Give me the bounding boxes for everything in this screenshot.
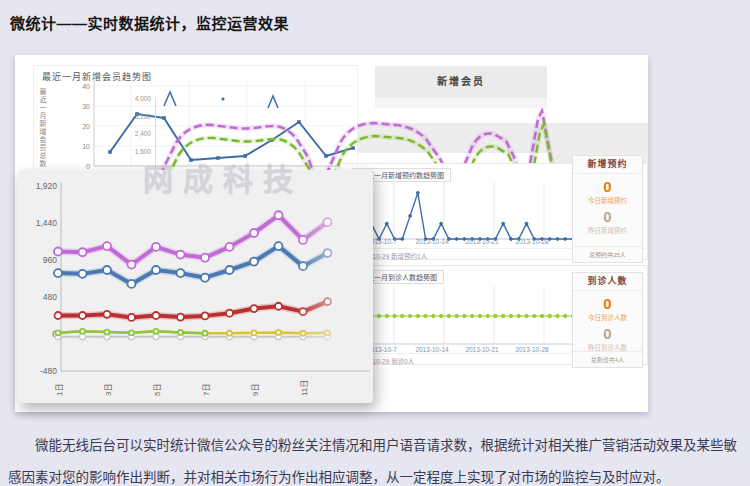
dashboard-screenshot-collage: 4,0003,2002,4001,600 最近一月新增会员趋势图 最近一月新增会… (15, 55, 648, 412)
data-point-marker (178, 330, 183, 335)
axis-tick-label: 1,920 (36, 181, 58, 191)
series-line (348, 193, 573, 239)
data-point-marker (103, 266, 111, 274)
axis-tick-label: 40 (82, 83, 90, 90)
axis-tick-label: 2013-10-21 (465, 238, 499, 245)
data-point-marker (54, 269, 62, 277)
tab-new-members-label: 新增会员 (437, 76, 485, 87)
axis-tick-label: 2013-10-28 (515, 238, 549, 245)
stat-panel-footer: 总到诊共4人 (573, 351, 642, 367)
description-paragraph: 微能无线后台可以实时统计微信公众号的粉丝关注情况和用户语音请求数，根据统计对相关… (8, 430, 744, 486)
data-point-marker (252, 330, 257, 335)
data-point-marker (439, 314, 442, 317)
yesterday-label: 昨日新增预约 (573, 225, 642, 235)
data-point-marker (79, 270, 87, 278)
data-point-marker (108, 150, 112, 154)
today-label: 今日到诊人数 (573, 312, 642, 322)
member-chart-title: 最近一月新增会员趋势图 (42, 70, 152, 83)
data-point-marker (509, 314, 512, 317)
stat-panel-title: 新增预约 (573, 156, 642, 174)
data-point-marker (540, 314, 543, 317)
x-tick-label: 7日 (202, 384, 211, 396)
data-point-marker (377, 314, 380, 317)
data-point-marker (510, 238, 513, 241)
axis-tick-label: 1,440 (36, 218, 58, 228)
axis-tick-label: 2013-10-14 (415, 238, 449, 245)
summary-y-tick: 1,600 (135, 148, 151, 155)
data-point-marker (129, 330, 134, 335)
tab-sub-strip (375, 98, 547, 108)
data-point-marker (152, 243, 160, 251)
blue-spike-tips (164, 92, 278, 108)
data-point-marker (128, 280, 136, 288)
data-point-marker (275, 211, 283, 219)
page-title: 微统计——实时数据统计，监控运营效果 (10, 12, 289, 33)
stat-panel-footer: 总预约共25人 (573, 246, 642, 262)
data-point-marker (103, 242, 111, 250)
data-point-marker (517, 314, 520, 317)
data-point-marker (556, 238, 559, 241)
x-tick-label: 9日 (251, 384, 260, 396)
data-point-marker (250, 258, 258, 266)
data-point-marker (432, 314, 435, 317)
yesterday-value: 0 (573, 208, 642, 225)
series-line (58, 302, 328, 318)
data-point-marker (177, 251, 185, 259)
data-point-marker (201, 274, 209, 282)
data-point-marker (494, 314, 497, 317)
data-point-marker (226, 243, 234, 251)
data-point-marker (564, 238, 567, 241)
x-tick-label: 1日 (55, 384, 64, 396)
summary-y-tick: 4,000 (135, 95, 151, 102)
x-tick-label: 3日 (104, 384, 113, 396)
data-point-marker (416, 191, 419, 194)
data-point-marker (393, 314, 396, 317)
data-point-marker (104, 311, 111, 318)
axis-tick-label: 2013-10-14 (415, 346, 449, 353)
today-value: 0 (573, 295, 642, 312)
tab-new-members: 新增会员 (375, 66, 547, 98)
data-point-marker (275, 242, 283, 250)
data-point-marker (408, 314, 411, 317)
summary-y-tick: 3,200 (135, 113, 151, 120)
data-point-marker (548, 314, 551, 317)
data-point-marker (564, 314, 567, 317)
data-point-marker (455, 238, 458, 241)
data-point-marker (525, 222, 528, 225)
data-point-marker (203, 331, 208, 336)
data-point-marker (548, 238, 551, 241)
data-point-marker (177, 314, 184, 321)
data-point-marker (128, 314, 135, 321)
data-point-marker (424, 314, 427, 317)
data-point-marker (533, 314, 536, 317)
enlarged-trend-chart: 1,9201,4409604800-4801日3日5日7日9日11日 (18, 170, 373, 403)
fade-overlay (296, 176, 373, 369)
data-point-marker (447, 314, 450, 317)
data-point-marker (478, 314, 481, 317)
data-point-marker (409, 215, 412, 218)
data-point-marker (502, 314, 505, 317)
data-point-marker (401, 314, 404, 317)
data-point-marker (227, 331, 232, 336)
data-point-marker (275, 303, 282, 310)
data-point-marker (152, 266, 160, 274)
x-tick-label: 11日 (300, 380, 309, 396)
enlarged-chart-plot: 1,9201,4409604800-4801日3日5日7日9日11日 (18, 170, 373, 403)
data-point-marker (401, 238, 404, 241)
data-point-marker (201, 254, 209, 262)
stat-panel-new-appointments: 新增预约 0 今日新增预约 0 昨日新增预约 总预约共25人 (572, 155, 643, 263)
data-point-marker (154, 329, 159, 334)
data-point-marker (128, 261, 136, 269)
data-point-marker (80, 329, 85, 334)
data-point-marker (455, 314, 458, 317)
axis-tick-label: 2013-10-28 (515, 346, 549, 353)
data-point-marker (486, 314, 489, 317)
promo-page: 微统计——实时数据统计，监控运营效果 4,0003,2002,4001,600 … (0, 0, 750, 486)
member-chart-y-axis-label: 最近一月新增会员总数 (37, 88, 47, 174)
axis-tick-label: 10 (82, 143, 90, 150)
data-point-marker (226, 266, 234, 274)
data-point-marker (226, 310, 233, 317)
axis-tick-label: 960 (43, 255, 57, 265)
axis-tick-label: 30 (82, 103, 90, 110)
data-point-marker (153, 312, 160, 319)
